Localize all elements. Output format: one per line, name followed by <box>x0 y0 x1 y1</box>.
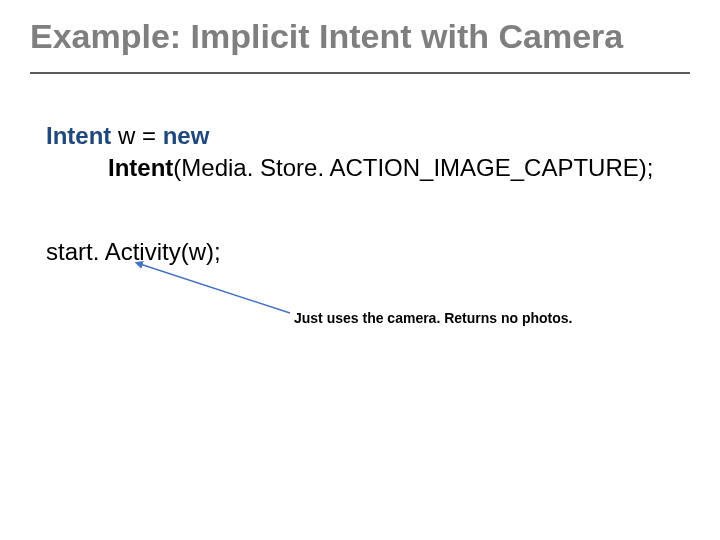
code-block: Intent w = new Intent(Media. Store. ACTI… <box>46 120 653 185</box>
slide-title: Example: Implicit Intent with Camera <box>30 18 690 55</box>
slide: Example: Implicit Intent with Camera Int… <box>0 0 720 540</box>
keyword-new: new <box>163 122 210 149</box>
code-text: w = <box>111 122 162 149</box>
annotation-text: Just uses the camera. Returns no photos. <box>294 310 573 326</box>
annotation-arrow <box>130 258 300 318</box>
title-underline <box>30 72 690 74</box>
keyword-intent: Intent <box>46 122 111 149</box>
svg-line-0 <box>140 264 290 313</box>
code-line-2: Intent(Media. Store. ACTION_IMAGE_CAPTUR… <box>46 152 653 184</box>
code-line-1: Intent w = new <box>46 120 653 152</box>
code-text: (Media. Store. ACTION_IMAGE_CAPTURE); <box>173 154 653 181</box>
keyword-intent: Intent <box>108 154 173 181</box>
